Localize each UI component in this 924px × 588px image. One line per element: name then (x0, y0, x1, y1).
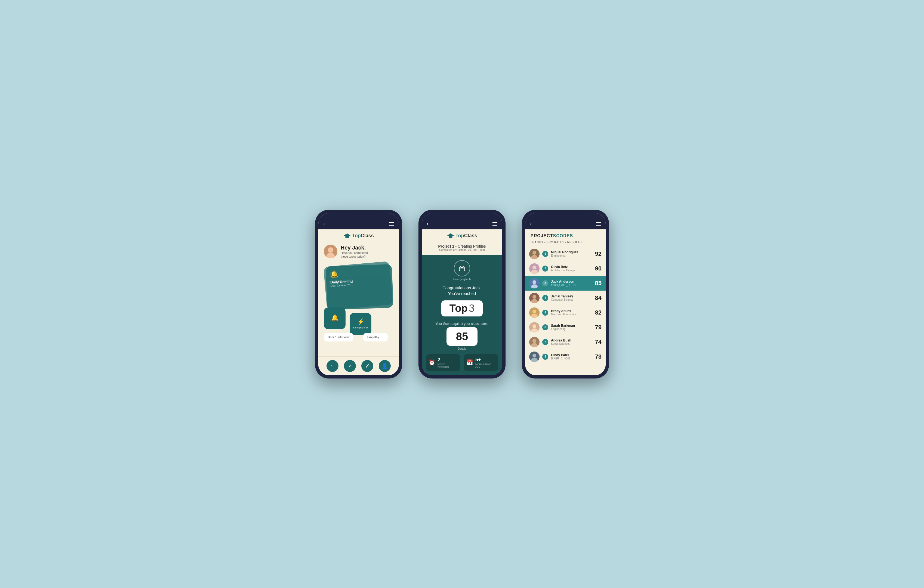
leader-row-2[interactable]: 2 Olivia Betz Architecture Design 90 (525, 261, 606, 276)
svg-point-15 (533, 280, 536, 284)
leader-sub-4: Computer Science (551, 298, 592, 301)
phone-2-menu-icon[interactable] (492, 222, 497, 226)
project-word: PROJECT (531, 233, 553, 238)
leader-sub-2: Architecture Design (551, 269, 592, 272)
leader-sub-1: Engineering (551, 254, 592, 257)
stat-num-2: 5+ (475, 357, 495, 363)
leader-info-1: Miguel Rodriguez Engineering (551, 250, 592, 257)
svg-point-30 (533, 354, 536, 358)
leader-row-3[interactable]: 3 Jack Anderson #1DB_CALL_BOUND 85 (525, 276, 606, 291)
user-avatar (324, 244, 337, 258)
svg-point-18 (533, 295, 536, 299)
stat-box-2: 📅 5+ Minutes above AVG (464, 354, 498, 371)
project-header: Project 1 - Creating Profiles Completed … (422, 242, 502, 255)
phone-3-back-icon[interactable]: ‹ (530, 221, 532, 227)
svg-point-24 (533, 324, 536, 328)
avatar-7 (529, 337, 540, 347)
leader-name-3: Jack Anderson (551, 280, 592, 284)
profile-button[interactable]: 👤 (379, 360, 391, 372)
svg-point-27 (533, 339, 536, 343)
graduation-cap-icon-2 (447, 232, 454, 240)
leader-info-8: Cindy Patel BIKER_CHIC42 (551, 353, 592, 360)
user-interview-label: User 1 Interview (328, 335, 349, 339)
stat-info-2: 5+ Minutes above AVG (475, 357, 495, 368)
score-box: 85 (447, 327, 478, 346)
white-card-2[interactable]: Empathy... (363, 333, 388, 342)
leader-score-4: 84 (595, 294, 602, 301)
leader-score-8: 73 (595, 353, 602, 360)
task-card-back-2[interactable]: 🔔 Daily Remind Due: October 21... (326, 264, 393, 310)
phone-3: ‹ PROJECTSCORES LEANUX - PROJECT 1 - RES… (522, 210, 609, 378)
lightning-icon: ⚡ (357, 318, 364, 325)
leader-row-7[interactable]: 7 Andrea Bush Social Sciences 74 (525, 335, 606, 349)
congrats-line2: You've reached (442, 291, 482, 296)
leader-score-2: 90 (595, 265, 602, 272)
small-card-2[interactable]: ⚡ Emerging Tech (350, 313, 371, 335)
rank-4: 4 (542, 295, 548, 301)
leader-info-2: Olivia Betz Architecture Design (551, 265, 592, 272)
leaderboard: 1 Miguel Rodriguez Engineering 92 (525, 245, 606, 375)
top-num: 3 (469, 302, 475, 314)
leader-name-2: Olivia Betz (551, 265, 592, 269)
phone-2-logo: TopClass (422, 230, 502, 242)
project-icon-circle (454, 260, 470, 276)
rank-1: 1 (542, 251, 548, 257)
bell-small-icon: 🔔 (331, 314, 338, 321)
suitcase-icon (458, 264, 466, 273)
phone-3-menu-icon[interactable] (596, 222, 601, 226)
avatar-4 (529, 293, 540, 303)
leader-info-5: Brody Atkins Math and Ecomonics (551, 309, 592, 316)
phone-2: ‹ TopClass Project 1 - Creatin (419, 210, 505, 378)
project-body: EmergingTech Congratulations Jack! You'v… (422, 255, 502, 375)
stat-label-1: Missed Reminders (437, 363, 458, 368)
alarm-icon: ⏰ (429, 359, 436, 366)
phone-2-notch (446, 210, 478, 216)
phone-1-back-icon[interactable]: ‹ (323, 221, 325, 227)
leader-score-1: 92 (595, 250, 602, 258)
leader-score-3: 85 (595, 280, 602, 287)
congrats-text: Congratulations Jack! You've reached (442, 285, 482, 296)
svg-point-21 (533, 310, 536, 314)
svg-point-2 (328, 247, 333, 253)
leader-name-8: Cindy Patel (551, 353, 592, 357)
congrats-line1: Congratulations Jack! (442, 285, 482, 291)
avatar-2 (529, 263, 540, 274)
leader-name-1: Miguel Rodriguez (551, 250, 592, 254)
phone-1-notch (342, 210, 375, 216)
leader-row-8[interactable]: 8 Cindy Patel BIKER_CHIC42 73 (525, 349, 606, 364)
details-link[interactable]: Details (458, 347, 466, 350)
greeting-subtitle: Have you completedthese tasks today? (341, 251, 368, 259)
phone-2-back-icon[interactable]: ‹ (427, 221, 428, 227)
svg-point-12 (533, 266, 536, 269)
bell-icon-2: 🔔 (330, 268, 388, 278)
project-regular: - Creating Profiles (455, 244, 486, 248)
phone-1-inner: ‹ TopClass (318, 213, 399, 375)
small-card-1[interactable]: 🔔 (324, 307, 346, 329)
leader-row-6[interactable]: 6 Sarah Barkman Engineering 79 (525, 320, 606, 335)
phones-container: ‹ TopClass (315, 210, 609, 378)
phone-1-content: Hey Jack, Have you completedthese tasks … (318, 242, 399, 375)
stat-num-1: 2 (437, 357, 458, 363)
leader-info-3: Jack Anderson #1DB_CALL_BOUND (551, 280, 592, 287)
avatar-8 (529, 352, 540, 362)
avatar-3 (529, 278, 540, 288)
back-button[interactable]: ← (327, 360, 338, 372)
phone-1-menu-icon[interactable] (389, 222, 394, 226)
close-button[interactable]: ✗ (361, 360, 373, 372)
cards-stack: 🔔 Daily Remind Due: October 21... 🔔 Dail… (318, 261, 399, 356)
greeting-section: Hey Jack, Have you completedthese tasks … (318, 242, 399, 261)
scores-header: PROJECTSCORES LEANUX - PROJECT 1 - RESUL… (525, 230, 606, 245)
leader-row-4[interactable]: 4 Jamal Tanlsey Computer Science 84 (525, 291, 606, 305)
leader-row-1[interactable]: 1 Miguel Rodriguez Engineering 92 (525, 246, 606, 261)
top-word: Top (449, 302, 468, 314)
check-button[interactable]: ✓ (344, 360, 356, 372)
svg-point-9 (533, 251, 536, 255)
phone-3-content: PROJECTSCORES LEANUX - PROJECT 1 - RESUL… (525, 230, 606, 375)
rank-3: 3 (542, 280, 548, 286)
white-card-1[interactable]: User 1 Interview (324, 333, 353, 342)
leader-row-5[interactable]: 5 Brody Atkins Math and Ecomonics 82 (525, 305, 606, 320)
avatar-5 (529, 307, 540, 318)
scores-title: PROJECTSCORES (531, 233, 600, 238)
greeting-title: Hey Jack, (341, 244, 368, 251)
rank-8: 8 (542, 354, 548, 360)
